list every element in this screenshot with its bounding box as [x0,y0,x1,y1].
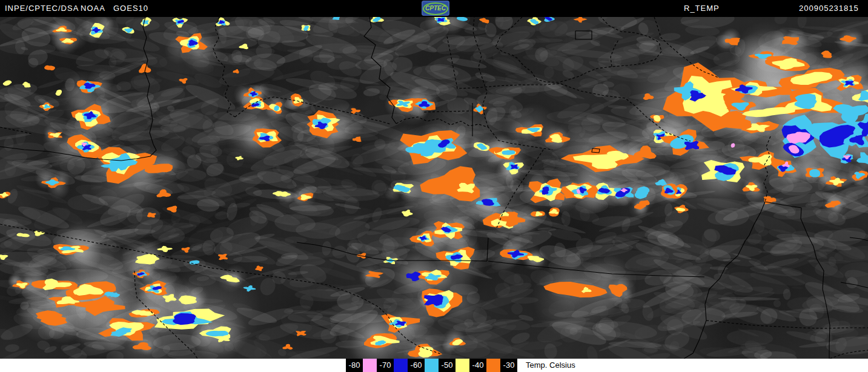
product-label: R_TEMP [684,4,720,13]
timestamp-label: 200905231815 [799,4,859,13]
legend-label-40: -40 [469,359,486,372]
cptec-logo-text: CPTEC [422,5,449,12]
satellite-map-canvas [0,0,868,372]
legend-label-70: -70 [377,359,394,372]
cptec-logo: CPTEC [422,1,449,16]
legend-swatch-cyan [425,359,439,372]
legend-bar: -80 -70 -60 -50 -40 -30 Temp. Celsius [0,359,868,372]
legend-label-60: -60 [408,359,425,372]
legend-title: Temp. Celsius [526,359,575,372]
satellite-label: GOES10 [113,4,148,13]
legend-label-30: -30 [500,359,517,372]
legend-swatch-pink [363,359,377,372]
legend-swatch-orange [486,359,500,372]
legend-swatch-blue [394,359,408,372]
temperature-legend: -80 -70 -60 -50 -40 -30 Temp. Celsius [346,359,575,372]
header-bar: INPE/CPTEC/DSA NOAA GOES10 CPTEC R_TEMP … [0,0,868,17]
satellite-image-viewer: INPE/CPTEC/DSA NOAA GOES10 CPTEC R_TEMP … [0,0,868,372]
legend-label-80: -80 [346,359,363,372]
noaa-label: NOAA [81,4,105,13]
agency-label: INPE/CPTEC/DSA [5,4,79,13]
legend-label-50: -50 [439,359,456,372]
legend-swatch-yellow [456,359,469,372]
